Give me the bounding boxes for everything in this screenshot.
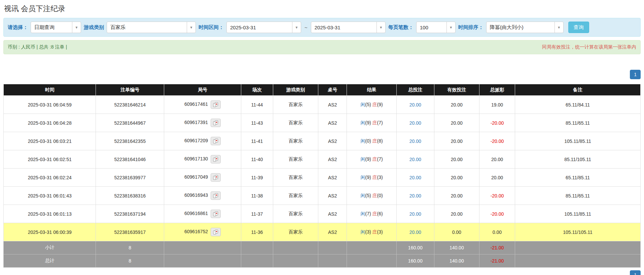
chevron-down-icon: ▼: [187, 22, 195, 33]
cell-empty: [347, 241, 397, 254]
cell-empty: [347, 254, 397, 268]
summary-notice: 同局有效投注，统一计算在该局第一张注单内: [542, 44, 636, 50]
cell-round: 609617049: [164, 169, 241, 187]
cards-result-icon[interactable]: [211, 100, 221, 109]
cards-result-icon[interactable]: [211, 191, 221, 200]
cell-time: 2025-03-31 06:04:59: [4, 96, 96, 114]
pagination-bottom: 1: [630, 270, 641, 275]
cell-time: 2025-03-31 06:01:43: [4, 187, 96, 205]
chevron-down-icon: ▼: [377, 22, 385, 33]
cell-note: 105.11/85.11: [515, 205, 640, 223]
summary-currency-total: 币别 : 人民币 | 总共 :8 注单 |: [8, 44, 67, 50]
page: 视讯 会员下注纪录 请选择： 日期查询 ▼ 游戏类别 百家乐 ▼ 时间区间： 2…: [0, 0, 644, 268]
cell-bet-id: 522381637194: [96, 205, 164, 223]
cell-payout: -20.00: [479, 114, 515, 132]
date-to-value: 2025-03-31: [311, 25, 344, 30]
cell-total-count: 8: [96, 254, 164, 268]
column-header: 游戏类别: [273, 84, 318, 96]
cards-result-icon[interactable]: [211, 137, 221, 145]
cell-time: 2025-03-31 06:03:21: [4, 132, 96, 150]
cell-total-bet: 20.00: [396, 223, 434, 241]
cell-time: 2025-03-31 06:04:28: [4, 114, 96, 132]
cell-valid-bet: 20.00: [434, 114, 479, 132]
page-title: 视讯 会员下注纪录: [3, 0, 641, 18]
search-button[interactable]: 查询: [568, 22, 589, 33]
cell-round: 609616752: [164, 223, 241, 241]
cell-total-bet: 20.00: [396, 114, 434, 132]
cell-payout: 19.00: [479, 96, 515, 114]
cell-bet-id: 522381638316: [96, 187, 164, 205]
cell-table-number: AS2: [318, 169, 347, 187]
query-type-select[interactable]: 日期查询 ▼: [31, 22, 81, 33]
cell-note: 85.11/65.11: [515, 114, 640, 132]
date-to-select[interactable]: 2025-03-31 ▼: [311, 22, 386, 33]
page-number-button[interactable]: 1: [630, 270, 641, 275]
player-result-label: 闲: [361, 175, 365, 180]
cell-note: 105.11/85.11: [515, 132, 640, 150]
cards-result-icon[interactable]: [211, 228, 221, 236]
cell-round: 609616943: [164, 187, 241, 205]
total-bet-link[interactable]: 20.00: [409, 230, 421, 235]
round-number: 609616752: [184, 229, 208, 234]
player-result-label: 闲: [361, 138, 365, 144]
game-type-label: 游戏类别: [84, 24, 104, 31]
cell-game-type: 百家乐: [273, 114, 318, 132]
cell-bet-id: 522381635917: [96, 223, 164, 241]
chevron-down-icon: ▼: [446, 22, 455, 33]
table-header-row: 时间注单编号局号场次游戏类别桌号结果总投注有效投注总派彩备注: [4, 84, 641, 96]
cell-session: 11-38: [241, 187, 273, 205]
total-bet-link[interactable]: 20.00: [409, 157, 421, 162]
table-row: 2025-03-31 06:01:13522381637194609616861…: [4, 205, 641, 223]
cell-session: 11-36: [241, 223, 273, 241]
cards-result-icon[interactable]: [211, 210, 221, 218]
total-bet-link[interactable]: 20.00: [409, 120, 421, 126]
cell-payout-sum: -21.00: [479, 254, 515, 268]
cards-result-icon[interactable]: [211, 155, 221, 163]
total-bet-link[interactable]: 20.00: [409, 193, 421, 198]
banker-result-label: 庄: [372, 229, 377, 235]
banker-result-label: 庄: [372, 120, 377, 125]
cell-valid-bet: 0.00: [434, 223, 479, 241]
page-size-label: 每页笔数：: [388, 24, 414, 31]
cell-note: 85.11/65.11: [515, 187, 640, 205]
cards-result-icon[interactable]: [211, 119, 221, 127]
payout-value: 20.00: [491, 175, 503, 180]
time-sort-select[interactable]: 降冪(由大到小) ▼: [486, 22, 564, 33]
round-number: 609617461: [184, 101, 208, 107]
cell-bet-id: 522381641046: [96, 150, 164, 169]
total-bet-link[interactable]: 20.00: [409, 211, 421, 217]
game-type-select[interactable]: 百家乐 ▼: [107, 22, 196, 33]
total-bet-link[interactable]: 20.00: [409, 139, 421, 144]
cell-time: 2025-03-31 06:02:51: [4, 150, 96, 169]
page-number-button[interactable]: 1: [630, 70, 641, 79]
player-result-label: 闲: [361, 102, 365, 107]
cell-bet-id: 522381639977: [96, 169, 164, 187]
total-bet-link[interactable]: 20.00: [409, 102, 421, 108]
banker-result-label: 庄: [372, 193, 377, 198]
round-number: 609617049: [184, 174, 208, 180]
cell-empty: [273, 254, 318, 268]
player-result-label: 闲: [361, 211, 365, 216]
cell-total-bet: 20.00: [396, 96, 434, 114]
column-header: 有效投注: [434, 84, 479, 96]
filter-bar: 请选择： 日期查询 ▼ 游戏类别 百家乐 ▼ 时间区间： 2025-03-31 …: [3, 18, 641, 37]
cell-result: 闲(9) 庄(3): [347, 169, 397, 187]
cards-result-icon[interactable]: [211, 173, 221, 182]
cell-result: 闲(9) 庄(7): [347, 114, 397, 132]
page-size-select[interactable]: 100 ▼: [416, 22, 456, 33]
total-bet-link[interactable]: 20.00: [409, 175, 421, 180]
cell-table-number: AS2: [318, 96, 347, 114]
date-from-select[interactable]: 2025-03-31 ▼: [226, 22, 301, 33]
player-result-label: 闲: [361, 193, 365, 198]
payout-value: -20.00: [491, 211, 504, 217]
chevron-down-icon: ▼: [554, 22, 563, 33]
query-type-label: 请选择：: [8, 24, 28, 31]
payout-value: -20.00: [491, 120, 504, 126]
summary-bar: 币别 : 人民币 | 总共 :8 注单 | 同局有效投注，统一计算在该局第一张注…: [3, 40, 641, 54]
cell-payout: 20.00: [479, 169, 515, 187]
chevron-down-icon: ▼: [72, 22, 81, 33]
banker-result-label: 庄: [372, 211, 377, 216]
time-sort-value: 降冪(由大到小): [487, 24, 527, 31]
cell-valid-bet-sum: 140.00: [434, 241, 479, 254]
cell-game-type: 百家乐: [273, 150, 318, 169]
